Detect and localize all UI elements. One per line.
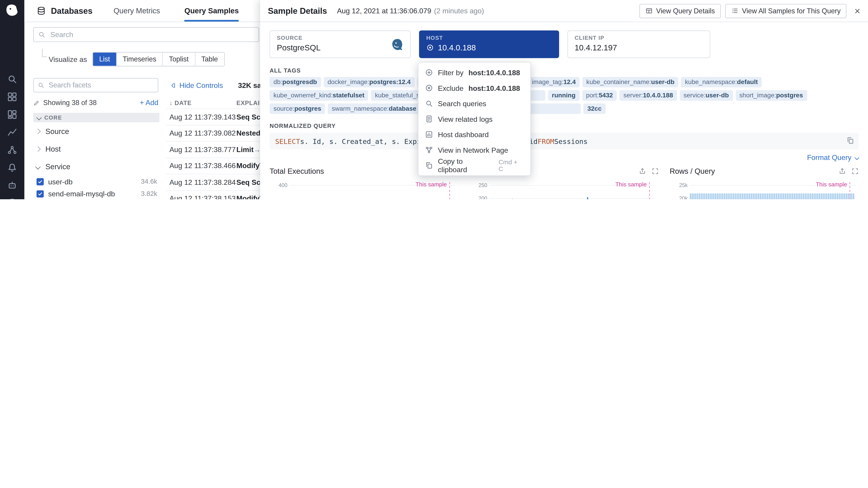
facet-search[interactable] bbox=[33, 78, 158, 92]
page-title: Databases bbox=[51, 6, 92, 15]
infrastructure-icon[interactable] bbox=[7, 92, 17, 102]
tag[interactable]: port:5432 bbox=[582, 90, 617, 101]
tag[interactable]: kube_ownerref_kind:statefulset bbox=[270, 90, 368, 101]
tree-connector bbox=[42, 49, 47, 57]
sample-explain-plan: Seq Sca bbox=[237, 113, 261, 121]
checkbox[interactable] bbox=[37, 190, 44, 197]
dashboard-icon bbox=[425, 131, 433, 138]
collapse-panel-icon bbox=[169, 82, 177, 89]
sample-date: Aug 12 11:37:38.284 bbox=[169, 178, 236, 186]
sample-row[interactable]: Aug 12 11:37:39.082Nested bbox=[166, 125, 261, 141]
svg-text:250: 250 bbox=[479, 182, 488, 188]
tag[interactable]: kube_container_name:user-db bbox=[583, 77, 678, 88]
menu-item-exclude[interactable]: Exclude host:10.4.0.188 bbox=[418, 80, 530, 96]
menu-item-view-related-logs[interactable]: View related logs bbox=[418, 111, 530, 127]
svg-text:20k: 20k bbox=[679, 195, 688, 199]
facet-item-source[interactable]: Source bbox=[33, 122, 159, 140]
tag[interactable]: short_image:postgres bbox=[736, 90, 807, 101]
sort-date-header[interactable]: ↓ DATE bbox=[169, 100, 191, 106]
tag[interactable]: 32cc bbox=[583, 103, 605, 114]
menu-item-copy-to-clipboard[interactable]: Copy to clipboardCmd + C bbox=[418, 158, 530, 173]
host-context-menu: Filter by host:10.4.0.188Exclude host:10… bbox=[418, 62, 531, 176]
sample-date: Aug 12 11:37:38.777 bbox=[169, 145, 236, 154]
menu-item-host-dashboard[interactable]: Host dashboard bbox=[418, 127, 530, 142]
visualize-option-list[interactable]: List bbox=[93, 53, 116, 66]
facet-value-send-email-mysql-db[interactable]: send-email-mysql-db3.82k bbox=[33, 188, 159, 199]
tag[interactable]: service:user-db bbox=[680, 90, 733, 101]
facet-value-user-db[interactable]: user-db34.6k bbox=[33, 175, 159, 188]
metrics-icon[interactable] bbox=[7, 127, 17, 137]
monitors-icon[interactable] bbox=[7, 163, 17, 173]
sample-row[interactable]: Aug 12 11:37:38.284Seq Sca bbox=[166, 174, 261, 190]
facet-search-input[interactable] bbox=[48, 81, 154, 90]
sample-explain-plan: Nested bbox=[237, 129, 260, 137]
checkbox[interactable] bbox=[37, 178, 44, 185]
tag[interactable]: swarm_namespace:database bbox=[328, 103, 420, 114]
facet-item-service[interactable]: Service bbox=[33, 158, 159, 175]
query-token: FROM bbox=[537, 137, 554, 145]
facet-item-host[interactable]: Host bbox=[33, 140, 159, 158]
view-query-details-button[interactable]: View Query Details bbox=[640, 4, 721, 18]
menu-item-filter-by[interactable]: Filter by host:10.4.0.188 bbox=[418, 65, 530, 80]
chevron-right-icon bbox=[35, 128, 41, 134]
left-nav-rail: ? bbox=[0, 0, 24, 199]
header-tabs: Query Metrics Query Samples bbox=[114, 0, 239, 22]
tag[interactable]: db:postgresdb bbox=[270, 77, 321, 88]
tag[interactable]: kube_namespace:default bbox=[681, 77, 762, 88]
tab-query-metrics[interactable]: Query Metrics bbox=[114, 0, 160, 22]
sample-table-header: ↓ DATE EXPLAIN bbox=[169, 100, 260, 106]
tag[interactable]: docker_image:postgres:12.4 bbox=[324, 77, 414, 88]
export-icon[interactable] bbox=[839, 168, 846, 175]
export-icon[interactable] bbox=[639, 168, 646, 175]
visualize-option-timeseries[interactable]: Timeseries bbox=[116, 53, 162, 66]
tag[interactable]: source:postgres bbox=[270, 103, 325, 114]
tag[interactable]: running bbox=[548, 90, 579, 101]
normalized-query-label: NORMALIZED QUERY bbox=[260, 122, 868, 129]
visualize-option-toplist[interactable]: Toplist bbox=[162, 53, 195, 66]
dashboards-icon[interactable] bbox=[7, 109, 17, 120]
synthetics-icon[interactable] bbox=[7, 180, 17, 190]
svg-text:This sample: This sample bbox=[815, 181, 847, 188]
sample-details-panel: Sample Details Aug 12, 2021 at 11:36:06.… bbox=[260, 0, 868, 199]
sample-row[interactable]: Aug 12 11:37:38.153ModifyT bbox=[166, 190, 261, 199]
sample-date: Aug 12 11:37:38.466 bbox=[169, 162, 236, 170]
svg-text:25k: 25k bbox=[679, 182, 688, 188]
close-icon[interactable]: × bbox=[855, 6, 860, 16]
relative-time: (2 minutes ago) bbox=[434, 6, 484, 15]
search-icon[interactable] bbox=[7, 74, 17, 84]
tag[interactable]: image_tag:12.4 bbox=[528, 77, 580, 88]
format-query-button[interactable]: Format Query bbox=[807, 153, 851, 162]
menu-item-search-queries[interactable]: Search queries bbox=[418, 96, 530, 111]
expand-icon[interactable] bbox=[651, 168, 659, 175]
svg-text:300: 300 bbox=[279, 199, 287, 199]
client-ip-card[interactable]: CLIENT IP 10.4.12.197 bbox=[567, 31, 710, 58]
copy-icon[interactable] bbox=[843, 137, 854, 144]
tag-list: db:postgresdbdocker_image:postgres:12.4e… bbox=[260, 74, 868, 117]
sample-row[interactable]: Aug 12 11:37:38.777Limit→ bbox=[166, 141, 261, 157]
circle-x-icon bbox=[425, 84, 433, 92]
search-input[interactable] bbox=[49, 30, 254, 39]
chart-title: Rows / Query bbox=[670, 167, 715, 175]
datadog-logo-icon[interactable] bbox=[4, 3, 20, 19]
view-all-samples-button[interactable]: View All Samples for This Query bbox=[725, 4, 847, 18]
row-open-arrow-icon[interactable]: → bbox=[254, 145, 261, 154]
tag[interactable]: server:10.4.0.188 bbox=[620, 90, 677, 101]
sample-date: Aug 12 11:37:39.082 bbox=[169, 129, 236, 137]
app-root: ? Databases Query Metrics Query Samples … bbox=[0, 0, 868, 199]
sample-row[interactable]: Aug 12 11:37:38.466ModifyT bbox=[166, 158, 261, 174]
expand-icon[interactable] bbox=[851, 168, 859, 175]
source-card[interactable]: SOURCE PostgreSQL bbox=[270, 31, 411, 58]
chart-plot: 0100200300400Queries10:4511:0011:1511:30… bbox=[270, 176, 459, 199]
rum-icon[interactable] bbox=[7, 198, 17, 199]
host-card[interactable]: HOST 10.4.0.188 bbox=[419, 31, 559, 58]
facet-section-header[interactable]: CORE bbox=[33, 113, 159, 123]
hide-controls-button[interactable]: Hide Controls bbox=[169, 81, 223, 90]
sample-row[interactable]: Aug 12 11:37:39.143Seq Sca bbox=[166, 108, 261, 125]
apm-icon[interactable] bbox=[7, 145, 17, 155]
menu-item-view-in-network-page[interactable]: View in Network Page bbox=[418, 142, 530, 158]
visualize-option-table[interactable]: Table bbox=[195, 53, 224, 66]
tab-query-samples[interactable]: Query Samples bbox=[184, 0, 239, 22]
add-facet-button[interactable]: + Add bbox=[140, 98, 158, 107]
search-bar[interactable] bbox=[33, 27, 259, 42]
nav-icon-stack bbox=[7, 74, 17, 199]
